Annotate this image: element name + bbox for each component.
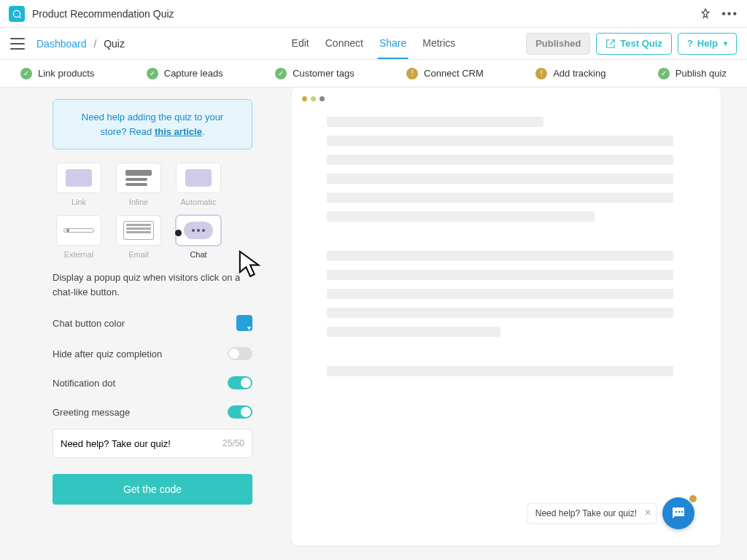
hamburger-icon[interactable] — [10, 38, 25, 50]
preview-window: Need help? Take our quiz! ✕ — [292, 88, 721, 545]
share-option-chat[interactable]: Chat — [172, 215, 225, 259]
step-link-products[interactable]: ✓Link products — [20, 68, 94, 79]
toggle-notification-dot[interactable] — [228, 376, 252, 389]
preview-area: Need help? Take our quiz! ✕ — [277, 88, 747, 560]
control-label: Notification dot — [53, 378, 115, 389]
published-button[interactable]: Published — [526, 33, 590, 55]
window-traffic-lights-icon — [302, 96, 325, 101]
breadcrumb-sep: / — [93, 38, 96, 50]
share-option-external[interactable]: External — [53, 215, 105, 259]
share-option-automatic[interactable]: Automatic — [172, 163, 225, 206]
svg-point-3 — [678, 511, 681, 513]
chat-icon — [670, 505, 687, 522]
get-code-button[interactable]: Get the code — [53, 474, 252, 505]
breadcrumb-root[interactable]: Dashboard — [36, 38, 87, 50]
help-button[interactable]: ?Help▾ — [678, 33, 737, 55]
step-connect-crm[interactable]: !Connect CRM — [406, 68, 484, 79]
breadcrumb: Dashboard / Quiz — [36, 38, 125, 50]
tab-share[interactable]: Share — [378, 28, 408, 59]
check-icon: ✓ — [147, 68, 158, 79]
share-option-grid: Link Inline Automatic External Email Cha… — [53, 163, 252, 259]
svg-line-1 — [19, 15, 21, 18]
preview-greeting-bubble: Need help? Take our quiz! ✕ — [527, 503, 657, 524]
check-icon: ✓ — [20, 68, 32, 79]
toggle-hide-after[interactable] — [228, 347, 252, 360]
alert-icon: ! — [535, 68, 547, 79]
step-publish-quiz[interactable]: ✓Publish quiz — [658, 68, 727, 79]
share-settings-panel: Need help adding the quiz to your store?… — [0, 88, 277, 560]
nav-tabs: Edit Connect Share Metrics — [290, 28, 457, 59]
chevron-down-icon: ▾ — [724, 39, 727, 47]
check-icon: ✓ — [275, 68, 287, 79]
greeting-input[interactable] — [61, 438, 222, 449]
test-quiz-button[interactable]: Test Quiz — [596, 33, 672, 55]
steps-bar: ✓Link products ✓Capture leads ✓Customer … — [0, 60, 747, 88]
step-add-tracking[interactable]: !Add tracking — [535, 68, 605, 79]
breadcrumb-current: Quiz — [104, 38, 125, 50]
tab-connect[interactable]: Connect — [324, 28, 365, 59]
control-label: Chat button color — [53, 318, 125, 329]
pin-icon[interactable] — [700, 8, 711, 20]
svg-point-4 — [681, 511, 684, 513]
control-label: Greeting message — [53, 407, 130, 418]
check-icon: ✓ — [658, 68, 670, 79]
nav-bar: Dashboard / Quiz Edit Connect Share Metr… — [0, 28, 747, 60]
tab-edit[interactable]: Edit — [290, 28, 311, 59]
close-icon[interactable]: ✕ — [644, 508, 651, 518]
greeting-char-counter: 25/50 — [222, 438, 244, 448]
control-notification-dot: Notification dot — [53, 376, 252, 389]
app-logo-icon — [9, 6, 25, 22]
greeting-input-wrap: 25/50 — [53, 429, 252, 458]
help-callout: Need help adding the quiz to your store?… — [53, 99, 252, 149]
app-bar: Product Recommendation Quiz ••• — [0, 0, 747, 28]
more-icon[interactable]: ••• — [721, 7, 738, 20]
svg-point-2 — [676, 511, 678, 513]
alert-icon: ! — [406, 68, 418, 79]
share-option-link[interactable]: Link — [53, 163, 105, 206]
step-capture-leads[interactable]: ✓Capture leads — [147, 68, 223, 79]
control-hide-after: Hide after quiz completion — [53, 347, 252, 360]
control-greeting: Greeting message — [53, 405, 252, 419]
app-title: Product Recommendation Quiz — [32, 8, 174, 20]
tab-metrics[interactable]: Metrics — [421, 28, 457, 59]
preview-chat-fab[interactable] — [662, 497, 694, 529]
step-customer-tags[interactable]: ✓Customer tags — [275, 68, 355, 79]
control-label: Hide after quiz completion — [53, 349, 162, 359]
control-chat-color: Chat button color — [53, 315, 252, 331]
share-option-email[interactable]: Email — [112, 215, 165, 259]
help-article-link[interactable]: this article — [155, 126, 202, 137]
color-picker[interactable] — [236, 315, 252, 331]
share-option-inline[interactable]: Inline — [112, 163, 165, 206]
share-option-description: Display a popup quiz when visitors click… — [53, 271, 252, 299]
toggle-greeting[interactable] — [228, 405, 252, 419]
